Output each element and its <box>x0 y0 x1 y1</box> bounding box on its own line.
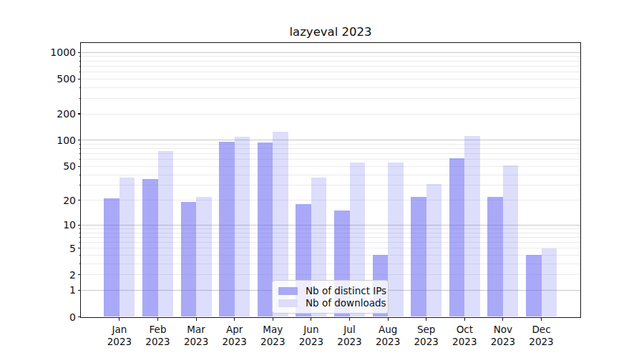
y-minor-tick-mark <box>79 148 82 149</box>
bar-distinct-ips-apr <box>219 142 235 316</box>
bar-downloads-mar <box>196 197 212 317</box>
bar-downloads-jan <box>119 178 135 316</box>
bar-downloads-dec <box>542 248 557 317</box>
y-tick-mark <box>78 140 81 140</box>
y-minor-tick-mark <box>79 153 82 154</box>
y-tick-label: 500 <box>0 72 76 85</box>
y-tick-mark <box>78 290 81 291</box>
y-tick-mark <box>78 274 81 275</box>
y-gridline-minor <box>82 87 580 88</box>
y-tick-mark <box>78 79 81 79</box>
x-tick-mark <box>157 318 158 321</box>
y-tick-mark <box>78 113 81 114</box>
y-tick-label: 0 <box>0 311 76 324</box>
x-tick-mark <box>426 318 426 321</box>
legend-label-distinct-ips: Nb of distinct IPs <box>306 285 386 296</box>
bar-downloads-aug <box>388 163 404 316</box>
x-tick-mark <box>502 318 503 321</box>
y-tick-mark <box>78 248 81 248</box>
legend-item-distinct-ips: Nb of distinct IPs <box>278 285 382 296</box>
legend-label-downloads: Nb of downloads <box>306 297 386 309</box>
legend-item-downloads: Nb of downloads <box>278 297 382 309</box>
bar-distinct-ips-may <box>258 142 273 316</box>
y-gridline-minor <box>82 114 580 115</box>
bar-downloads-sep <box>426 184 442 316</box>
y-minor-tick-mark <box>79 144 82 145</box>
bar-downloads-apr <box>235 137 250 317</box>
y-tick-mark <box>78 316 81 317</box>
x-tick-mark <box>349 318 350 321</box>
y-gridline-minor <box>82 79 580 79</box>
y-gridline-minor <box>82 98 580 99</box>
bar-distinct-ips-oct <box>449 158 465 316</box>
y-gridline-minor <box>82 144 580 145</box>
y-tick-label: 1000 <box>0 46 76 59</box>
y-tick-label: 100 <box>0 134 76 147</box>
y-tick-label: 10 <box>0 218 76 231</box>
y-tick-mark <box>78 52 81 53</box>
chart-title: lazyeval 2023 <box>82 25 580 39</box>
x-tick-mark <box>388 318 389 321</box>
y-minor-tick-mark <box>79 263 82 264</box>
y-minor-tick-mark <box>79 175 82 175</box>
y-minor-tick-mark <box>79 255 82 256</box>
y-minor-tick-mark <box>79 159 82 160</box>
y-tick-label: 200 <box>0 107 76 120</box>
x-tick-mark <box>196 318 197 321</box>
y-minor-tick-mark <box>79 233 82 233</box>
y-gridline-minor <box>82 153 580 154</box>
x-tick-label: Dec 2023 <box>517 324 567 347</box>
x-tick-mark <box>234 318 235 321</box>
y-minor-tick-mark <box>79 87 82 88</box>
y-gridline-minor <box>82 61 580 62</box>
y-gridline-minor <box>82 56 580 57</box>
legend-swatch-downloads-icon <box>278 299 298 307</box>
y-minor-tick-mark <box>79 72 82 72</box>
x-tick-mark <box>541 318 542 321</box>
y-minor-tick-mark <box>79 185 82 185</box>
plot-area <box>82 44 580 317</box>
y-tick-label: 20 <box>0 194 76 207</box>
y-tick-label: 5 <box>0 242 76 255</box>
x-tick-mark <box>273 318 273 321</box>
y-minor-tick-mark <box>79 61 82 62</box>
x-tick-mark <box>119 318 119 321</box>
legend: Nb of distinct IPs Nb of downloads <box>272 280 389 314</box>
y-minor-tick-mark <box>79 56 82 57</box>
bar-distinct-ips-jan <box>104 198 119 316</box>
y-gridline-minor <box>82 148 580 149</box>
y-gridline-minor <box>82 66 580 67</box>
y-gridline-major <box>82 140 580 140</box>
y-tick-mark <box>78 200 81 200</box>
y-tick-label: 1 <box>0 284 76 296</box>
bar-distinct-ips-dec <box>526 255 542 316</box>
legend-swatch-ips-icon <box>278 287 298 295</box>
y-tick-mark <box>78 225 81 226</box>
y-minor-tick-mark <box>79 237 82 238</box>
y-gridline-major <box>82 52 580 53</box>
y-minor-tick-mark <box>79 242 82 243</box>
y-tick-mark <box>78 166 81 167</box>
bar-distinct-ips-nov <box>487 197 503 317</box>
y-minor-tick-mark <box>79 66 82 67</box>
y-tick-label: 2 <box>0 268 76 281</box>
y-gridline-minor <box>82 159 580 160</box>
bar-downloads-nov <box>503 165 519 316</box>
bar-downloads-oct <box>464 136 480 316</box>
bar-distinct-ips-mar <box>181 202 197 316</box>
y-minor-tick-mark <box>79 228 82 229</box>
y-gridline-minor <box>82 72 580 72</box>
x-tick-mark <box>464 318 465 321</box>
x-tick-mark <box>311 318 311 321</box>
y-tick-label: 50 <box>0 160 76 173</box>
chart-figure: lazyeval 2023 01251020501002005001000Jan… <box>0 0 644 358</box>
y-minor-tick-mark <box>79 98 82 99</box>
bar-distinct-ips-sep <box>411 197 426 317</box>
bar-downloads-feb <box>158 151 174 316</box>
bar-distinct-ips-feb <box>142 179 158 317</box>
